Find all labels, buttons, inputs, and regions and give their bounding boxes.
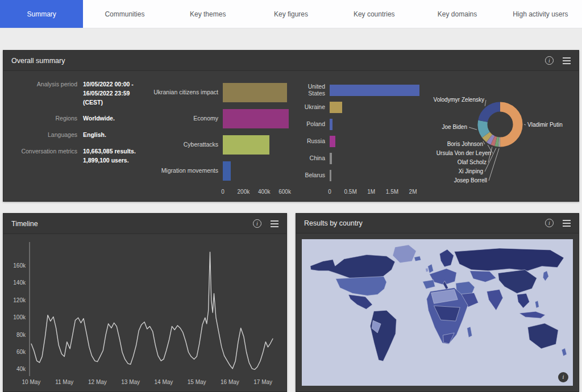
info-icon[interactable]: i (545, 219, 554, 227)
map-region-australia[interactable] (528, 323, 559, 349)
bar[interactable] (223, 161, 231, 181)
donut-leader-line (483, 141, 485, 144)
donut-slice[interactable] (496, 141, 498, 142)
bar-row: Russia (291, 133, 426, 150)
map-region-greenland[interactable] (393, 245, 416, 263)
panel-header: Overall summary i (3, 51, 579, 71)
y-axis-tick: 60k (16, 349, 26, 355)
map-region-uk[interactable] (428, 264, 434, 273)
bar-track (223, 106, 291, 132)
tab-summary[interactable]: Summary (0, 0, 83, 28)
donut-label: Ursula Von der Leyen (436, 150, 491, 156)
y-axis-tick: 160k (13, 262, 26, 269)
map-attribution-info-icon[interactable]: i (558, 372, 568, 382)
field-label: Analysis period (14, 80, 77, 107)
tab-key-figures[interactable]: Key figures (250, 0, 332, 28)
tab-key-domains[interactable]: Key domains (415, 0, 498, 28)
field-value: English. (83, 131, 147, 140)
tab-key-countries[interactable]: Key countries (332, 0, 415, 28)
menu-icon[interactable] (563, 220, 571, 227)
donut-slice[interactable] (486, 135, 489, 138)
bar-category-label: United States (291, 84, 330, 97)
bar-track (330, 150, 426, 167)
map-region-iceland[interactable] (414, 256, 421, 261)
map-region-usa[interactable] (336, 276, 386, 295)
y-axis-tick: 140k (13, 280, 26, 286)
map-region-canada[interactable] (310, 255, 395, 279)
map-region-russia[interactable] (454, 248, 564, 271)
menu-icon[interactable] (271, 220, 278, 227)
tab-high-activity-users[interactable]: High activity users (499, 0, 582, 28)
map-region-philippines[interactable] (535, 301, 539, 308)
map-region-spain[interactable] (423, 280, 435, 289)
map-region-kazakhstan[interactable] (470, 270, 496, 282)
bar[interactable] (330, 153, 332, 164)
x-axis-tick: 1M (367, 189, 375, 195)
bar-row: Belarus (291, 167, 426, 184)
map-region-madagascar[interactable] (467, 327, 472, 337)
bar[interactable] (330, 85, 419, 96)
bar-track (223, 132, 291, 158)
donut-label: Vladimir Putin (527, 122, 563, 128)
donut-slice[interactable] (483, 121, 486, 135)
bar-track (330, 82, 426, 99)
x-axis-tick: 13 May (121, 379, 140, 385)
donut-slice[interactable] (493, 140, 496, 141)
x-axis-tick: 2M (409, 189, 417, 195)
map-region-south-america[interactable] (370, 310, 396, 361)
bar[interactable] (223, 135, 269, 155)
bar-row: Poland (291, 116, 426, 133)
info-icon[interactable]: i (253, 219, 261, 228)
bar-track (330, 133, 426, 150)
field-row: Regions Worldwide. (14, 114, 150, 123)
world-map[interactable] (302, 239, 573, 386)
tab-communities[interactable]: Communities (83, 0, 166, 28)
panel-title: Overall summary (11, 57, 65, 65)
x-axis: 00.5M1M1.5M2M (330, 187, 426, 197)
bar[interactable] (330, 170, 331, 181)
bar-category-label: Migration movements (150, 168, 223, 174)
x-axis-tick: 17 May (253, 379, 272, 385)
bar[interactable] (330, 136, 335, 147)
map-region-japan[interactable] (543, 270, 548, 281)
key-figures-donut-chart: Vladimir PutinJosep BorrellXi JinpingOla… (426, 71, 568, 201)
donut-label: Xi Jinping (459, 168, 483, 174)
bar[interactable] (223, 109, 289, 128)
map-region-mexico[interactable] (348, 294, 372, 309)
bar-row: China (291, 150, 426, 167)
donut-slice[interactable] (500, 107, 518, 142)
map-region-china[interactable] (498, 269, 537, 293)
map-region-southeast-asia[interactable] (517, 293, 530, 308)
x-axis-tick: 0 (328, 189, 331, 195)
map-region-india[interactable] (487, 289, 502, 310)
bar[interactable] (223, 83, 287, 102)
donut-svg: Vladimir PutinJosep BorrellXi JinpingOla… (426, 84, 568, 189)
panel-header: Results by country i (296, 214, 579, 233)
donut-slice[interactable] (489, 139, 493, 140)
bar-category-label: Russia (291, 138, 330, 145)
bar-row: Ukranian citizens impact (150, 80, 291, 106)
map-region-scandinavia[interactable] (439, 249, 454, 267)
field-label: Conversation metrics (14, 147, 77, 165)
donut-label: Joe Biden (442, 124, 467, 130)
map-region-indonesia[interactable] (519, 311, 546, 318)
overall-summary-panel: Overall summary i Analysis period 10/05/… (3, 50, 579, 202)
map-region-ireland[interactable] (426, 268, 429, 272)
donut-label: Josep Borrell (454, 177, 487, 184)
info-icon[interactable]: i (545, 56, 554, 65)
panel-header: Timeline i (3, 214, 286, 234)
timeline-series-line (31, 252, 273, 370)
menu-icon[interactable] (563, 57, 571, 64)
y-axis-tick: 120k (13, 297, 26, 303)
map-region-new-zealand[interactable] (562, 348, 567, 356)
bar-track (330, 99, 426, 116)
donut-slice[interactable] (483, 107, 500, 121)
x-axis-tick: 12 May (88, 379, 107, 385)
tab-key-themes[interactable]: Key themes (167, 0, 250, 28)
bar[interactable] (330, 119, 332, 130)
x-axis: 0200k400k600k (223, 187, 291, 197)
bar[interactable] (330, 102, 342, 113)
bar-category-label: Economy (150, 115, 223, 122)
donut-leader-line (485, 100, 486, 106)
x-axis-tick: 10 May (22, 379, 41, 385)
